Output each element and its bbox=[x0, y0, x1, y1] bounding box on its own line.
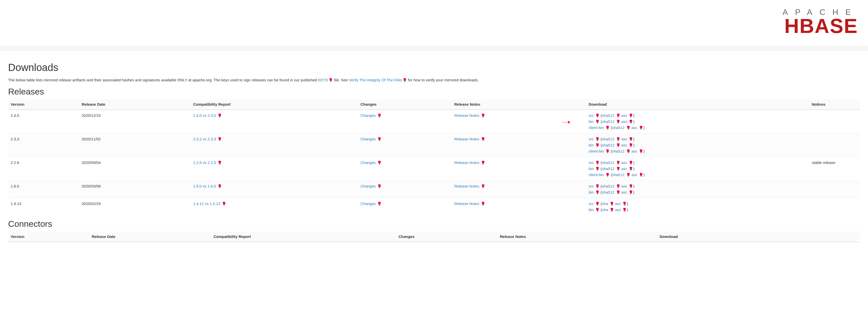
download-bin-link[interactable]: bin bbox=[589, 119, 594, 124]
asc-link[interactable]: asc bbox=[621, 137, 627, 141]
cell-notes: Release Notes 🌹 bbox=[452, 110, 586, 134]
download-src-link[interactable]: src bbox=[589, 160, 594, 165]
download-line: src 🌹 (sha512 🌹 asc 🌹) bbox=[589, 160, 807, 166]
cell-changes: Changes 🌹 bbox=[358, 110, 452, 134]
changes-link[interactable]: Changes bbox=[361, 137, 376, 141]
download-line: src 🌹 (sha512 🌹 asc 🌹) bbox=[589, 136, 807, 142]
hash-link[interactable]: sha512 bbox=[602, 190, 614, 194]
hash-link[interactable]: sha512 bbox=[602, 166, 614, 171]
cell-release-date: 2020/12/15 bbox=[79, 110, 191, 134]
hash-link[interactable]: sha bbox=[602, 201, 608, 206]
rose-icon: 🌹 bbox=[595, 201, 599, 206]
changes-link[interactable]: Changes bbox=[361, 184, 376, 188]
download-line: bin 🌹 (sha512 🌹 asc 🌹) bbox=[589, 189, 807, 195]
asc-link[interactable]: asc bbox=[621, 160, 627, 165]
asc-link[interactable]: asc bbox=[631, 149, 637, 153]
hash-link[interactable]: sha512 bbox=[602, 184, 614, 188]
hash-link[interactable]: sha512 bbox=[612, 173, 624, 177]
intro-paragraph: The below table lists mirrored release a… bbox=[8, 77, 860, 83]
asc-link[interactable]: asc bbox=[615, 207, 621, 212]
hash-link[interactable]: sha512 bbox=[612, 126, 624, 130]
hash-link[interactable]: sha512 bbox=[602, 137, 614, 141]
logo-hbase-text: HBASE bbox=[782, 17, 858, 35]
connectors-heading: Connectors bbox=[8, 219, 860, 229]
compat-link[interactable]: 2.3.2 vs 2.3.3 bbox=[193, 137, 216, 141]
keys-link[interactable]: KEYS bbox=[318, 78, 328, 82]
rose-icon: 🌹 bbox=[218, 183, 222, 189]
rose-icon: 🌹 bbox=[610, 207, 614, 212]
download-bin-link[interactable]: bin bbox=[589, 166, 594, 171]
download-bin-link[interactable]: bin bbox=[589, 207, 594, 212]
asc-link[interactable]: asc bbox=[615, 201, 621, 206]
release-notes-link[interactable]: Release Notes bbox=[454, 137, 479, 141]
table-header-row: Version Release Date Compatibility Repor… bbox=[8, 231, 860, 242]
asc-link[interactable]: asc bbox=[621, 143, 627, 147]
compat-link[interactable]: 1.4.12 vs 1.4.13 bbox=[193, 201, 220, 206]
cell-notes: Release Notes 🌹 bbox=[452, 180, 586, 198]
rose-icon: 🌹 bbox=[629, 190, 633, 195]
cell-notes: Release Notes 🌹 bbox=[452, 133, 586, 157]
hash-link[interactable]: sha512 bbox=[612, 149, 624, 153]
asc-link[interactable]: asc bbox=[621, 113, 627, 117]
asc-link[interactable]: asc bbox=[621, 119, 627, 124]
col-download: Download bbox=[657, 231, 860, 242]
changes-link[interactable]: Changes bbox=[361, 160, 376, 165]
download-line: bin 🌹 (sha512 🌹 asc 🌹) bbox=[589, 142, 807, 148]
download-src-link[interactable]: src bbox=[589, 184, 594, 188]
table-row: 1.4.132020/02/291.4.12 vs 1.4.13 🌹Change… bbox=[8, 198, 860, 215]
verify-link[interactable]: Verify The Integrity Of The Files bbox=[349, 78, 402, 82]
hash-link[interactable]: sha512 bbox=[602, 113, 614, 117]
hash-link[interactable]: sha512 bbox=[602, 143, 614, 147]
col-release-date: Release Date bbox=[79, 99, 191, 110]
cell-version: 2.4.0 bbox=[8, 110, 79, 134]
release-notes-link[interactable]: Release Notes bbox=[454, 184, 479, 188]
compat-link[interactable]: 2.4.0 vs 2.3.0 bbox=[193, 113, 216, 117]
asc-link[interactable]: asc bbox=[631, 173, 637, 177]
rose-icon: 🌹 bbox=[329, 77, 333, 83]
download-bin-link[interactable]: bin bbox=[589, 190, 594, 194]
cell-release-date: 2020/03/06 bbox=[79, 180, 191, 198]
download-client_bin-link[interactable]: client-bin bbox=[589, 126, 604, 130]
download-src-link[interactable]: src bbox=[589, 113, 594, 117]
rose-icon: 🌹 bbox=[218, 160, 222, 165]
hash-link[interactable]: sha512 bbox=[602, 160, 614, 165]
download-client_bin-link[interactable]: client-bin bbox=[589, 173, 604, 177]
cell-release-date: 2020/09/04 bbox=[79, 157, 191, 180]
download-src-link[interactable]: src bbox=[589, 201, 594, 206]
hash-link[interactable]: sha512 bbox=[602, 119, 614, 124]
rose-icon: 🌹 bbox=[481, 201, 485, 206]
asc-link[interactable]: asc bbox=[621, 166, 627, 171]
cell-compat: 1.4.12 vs 1.4.13 🌹 bbox=[191, 198, 358, 215]
cell-download: src 🌹 (sha 🌹 asc 🌹)bin 🌹 (sha 🌹 asc 🌹) bbox=[586, 198, 809, 215]
logo: APACHE HBASE bbox=[782, 8, 858, 35]
changes-link[interactable]: Changes bbox=[361, 113, 376, 117]
download-line: src 🌹 (sha512 🌹 asc 🌹) bbox=[589, 112, 807, 119]
asc-link[interactable]: asc bbox=[631, 126, 637, 130]
rose-icon: 🌹 bbox=[639, 148, 643, 154]
download-src-link[interactable]: src bbox=[589, 137, 594, 141]
cell-notes: Release Notes 🌹 bbox=[452, 157, 586, 180]
changes-link[interactable]: Changes bbox=[361, 201, 376, 206]
rose-icon: 🌹 bbox=[629, 160, 633, 165]
release-notes-link[interactable]: Release Notes bbox=[454, 201, 479, 206]
rose-icon: 🌹 bbox=[595, 190, 599, 195]
rose-icon: 🌹 bbox=[622, 201, 627, 206]
rose-icon: 🌹 bbox=[629, 166, 633, 172]
download-bin-link[interactable]: bin bbox=[589, 143, 594, 147]
table-row: 1.6.02020/03/061.5.0 vs 1.6.0 🌹Changes 🌹… bbox=[8, 180, 860, 198]
table-row: 2.2.62020/09/042.2.6 vs 2.2.5 🌹Changes 🌹… bbox=[8, 157, 860, 180]
download-client_bin-link[interactable]: client-bin bbox=[589, 149, 604, 153]
release-notes-link[interactable]: Release Notes bbox=[454, 113, 479, 117]
col-version: Version bbox=[8, 99, 79, 110]
asc-link[interactable]: asc bbox=[621, 190, 627, 194]
release-notes-link[interactable]: Release Notes bbox=[454, 160, 479, 165]
download-line: src 🌹 (sha 🌹 asc 🌹) bbox=[589, 201, 807, 207]
compat-link[interactable]: 2.2.6 vs 2.2.5 bbox=[193, 160, 216, 165]
compat-link[interactable]: 1.5.0 vs 1.6.0 bbox=[193, 184, 216, 188]
asc-link[interactable]: asc bbox=[621, 184, 627, 188]
rose-icon: 🌹 bbox=[595, 183, 599, 189]
intro-text-mid: file. See bbox=[334, 78, 349, 82]
cell-compat: 1.5.0 vs 1.6.0 🌹 bbox=[191, 180, 358, 198]
rose-icon: 🌹 bbox=[218, 136, 222, 142]
hash-link[interactable]: sha bbox=[602, 207, 608, 212]
